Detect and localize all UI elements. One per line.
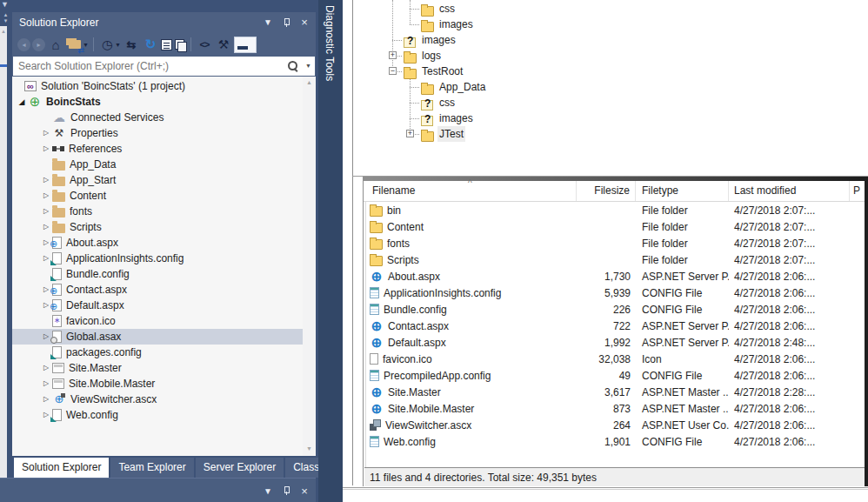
refresh-icon[interactable]: ↻ xyxy=(142,36,159,53)
pin-icon[interactable] xyxy=(282,485,290,497)
window-position-icon[interactable]: ▼ xyxy=(262,486,274,496)
file-name-cell: PrecompiledApp.config xyxy=(364,370,577,382)
file-row-about-aspx[interactable]: About.aspx1,730ASP.NET Server P...4/27/2… xyxy=(364,268,865,284)
expand-icon[interactable]: + xyxy=(406,130,414,137)
tree-item-app-start[interactable]: ▷App_Start xyxy=(12,172,316,188)
expander-icon[interactable]: ▷ xyxy=(40,204,52,219)
file-row-favicon-ico[interactable]: favicon.ico32,038Icon4/27/2018 2:06:... xyxy=(364,351,865,367)
tree-item-bundle-config[interactable]: Bundle.config xyxy=(12,266,316,282)
remote-tree-item-images[interactable]: images xyxy=(354,17,868,32)
remote-tree-item-label: images xyxy=(437,17,475,32)
diagnostic-tools-tab[interactable]: Diagnostic Tools xyxy=(318,0,343,502)
preview-selected-items-icon[interactable] xyxy=(234,37,257,53)
expand-icon[interactable]: + xyxy=(389,51,397,59)
tree-item-fonts[interactable]: ▷fonts xyxy=(12,204,316,219)
column-header-p[interactable]: P xyxy=(850,181,862,201)
file-row-viewswitcher-ascx[interactable]: ViewSwitcher.ascx264ASP.NET User Co...4/… xyxy=(364,417,865,433)
tab-team-explorer[interactable]: Team Explorer xyxy=(110,458,193,478)
close-icon[interactable]: × xyxy=(298,12,310,33)
file-row-fonts[interactable]: fontsFile folder4/27/2018 2:07:... xyxy=(364,235,865,251)
file-row-bundle-config[interactable]: Bundle.config226CONFIG File4/27/2018 2:0… xyxy=(364,301,865,318)
tree-item-connected-services[interactable]: Connected Services xyxy=(12,110,316,125)
tree-item-site-master[interactable]: ▷Site.Master xyxy=(12,360,316,376)
search-input[interactable]: Search Solution Explorer (Ctrl+;) ▼ xyxy=(13,57,315,76)
left-scrollbar-track[interactable]: ▲ xyxy=(0,26,7,502)
remote-tree-item-app-data[interactable]: App_Data xyxy=(354,79,868,95)
remote-tree-item-css[interactable]: css xyxy=(354,1,868,17)
expander-icon[interactable]: ▷ xyxy=(40,360,52,376)
tree-item-references[interactable]: ▷References xyxy=(12,141,316,157)
remote-tree-item-images[interactable]: images xyxy=(354,32,868,48)
collapse-all-icon[interactable] xyxy=(161,39,172,50)
tree-item-properties[interactable]: ▷Properties xyxy=(12,125,316,141)
file-row-precompiledapp-config[interactable]: PrecompiledApp.config49CONFIG File4/27/2… xyxy=(364,367,865,384)
close-icon[interactable]: × xyxy=(298,485,310,498)
remote-tree-item-css[interactable]: css xyxy=(354,95,868,110)
back-icon[interactable]: ◂ xyxy=(17,38,30,51)
tree-item-default-aspx[interactable]: ▷Default.aspx xyxy=(12,298,316,313)
expander-icon[interactable]: ◢ xyxy=(16,94,28,110)
file-row-content[interactable]: ContentFile folder4/27/2018 2:07:... xyxy=(364,218,865,235)
tree-item-boincstats[interactable]: ◢BoincStats xyxy=(12,94,316,110)
forward-icon[interactable]: ▸ xyxy=(32,38,45,51)
file-row-site-mobile-master[interactable]: Site.Mobile.Master873ASP.NET Master ...4… xyxy=(364,400,865,417)
scroll-up-icon[interactable]: ▲ xyxy=(0,29,7,34)
file-name-cell: Default.aspx xyxy=(364,336,577,349)
column-header-filetype[interactable]: Filetype xyxy=(636,181,729,201)
view-code-icon[interactable]: <> xyxy=(196,36,213,53)
tree-item-favicon-ico[interactable]: favicon.ico xyxy=(12,313,316,329)
pin-icon[interactable] xyxy=(282,17,290,29)
switch-views-icon[interactable] xyxy=(66,36,83,53)
file-row-site-master[interactable]: Site.Master3,617ASP.NET Master ...4/27/2… xyxy=(364,384,865,400)
splitter-grip-icon[interactable]: ▴▾ xyxy=(1,11,10,23)
remote-tree-item-testroot[interactable]: −TestRoot xyxy=(354,64,868,79)
home-icon[interactable]: ⌂ xyxy=(47,36,64,53)
file-row-bin[interactable]: binFile folder4/27/2018 2:07:... xyxy=(364,202,865,218)
expander-icon[interactable]: ▷ xyxy=(40,141,52,157)
tree-item-app-data[interactable]: App_Data xyxy=(12,157,316,172)
file-row-contact-aspx[interactable]: Contact.aspx722ASP.NET Server P...4/27/2… xyxy=(364,318,865,334)
tab-solution-explorer[interactable]: Solution Explorer xyxy=(14,458,109,478)
remote-tree-item-jtest[interactable]: +JTest xyxy=(354,126,868,142)
tree-item-solution-boincstats-1-project-[interactable]: Solution 'BoincStats' (1 project) xyxy=(12,78,316,94)
file-row-default-aspx[interactable]: Default.aspx1,992ASP.NET Server P...4/27… xyxy=(364,334,865,351)
tree-item-content[interactable]: ▷Content xyxy=(12,188,316,204)
scrollbar-thumb[interactable] xyxy=(0,64,7,67)
tree-item-applicationinsights-config[interactable]: ▷ApplicationInsights.config xyxy=(12,251,316,266)
expander-icon[interactable]: ▷ xyxy=(40,219,52,235)
expander-icon[interactable]: ▷ xyxy=(40,376,52,392)
pending-changes-filter-icon[interactable]: ◷ xyxy=(98,36,116,53)
tree-item-contact-aspx[interactable]: ▷Contact.aspx xyxy=(12,282,316,298)
chevron-down-icon[interactable]: ▼ xyxy=(1,0,9,9)
expander-icon[interactable]: ▷ xyxy=(40,172,52,188)
scroll-up-icon[interactable]: ▲ xyxy=(303,79,316,85)
tree-item-about-aspx[interactable]: ▷About.aspx xyxy=(12,235,316,251)
expander-icon[interactable]: ▷ xyxy=(40,188,52,204)
tree-item-packages-config[interactable]: packages.config xyxy=(12,345,316,360)
window-position-icon[interactable]: ▼ xyxy=(262,12,274,33)
properties-icon[interactable]: ⚒ xyxy=(215,36,232,53)
tree-item-scripts[interactable]: ▷Scripts xyxy=(12,219,316,235)
expander-icon[interactable]: ▷ xyxy=(40,125,52,141)
tree-scrollbar[interactable]: ▲ ▼ xyxy=(303,77,316,456)
file-row-web-config[interactable]: Web.config1,901CONFIG File4/27/2018 2:06… xyxy=(364,433,865,450)
column-header-last-modified[interactable]: Last modified xyxy=(729,181,850,201)
sync-with-active-document-icon[interactable]: ⇆ xyxy=(123,36,140,53)
collapse-icon[interactable]: − xyxy=(389,67,397,75)
tree-item-web-config[interactable]: ▷Web.config xyxy=(12,407,316,423)
column-header-filesize[interactable]: Filesize xyxy=(577,181,636,201)
tab-server-explorer[interactable]: Server Explorer xyxy=(196,458,284,478)
file-row-scripts[interactable]: ScriptsFile folder4/27/2018 2:07:... xyxy=(364,251,865,268)
pending-changes-filter-dropdown-icon[interactable]: ▼ xyxy=(115,42,122,48)
file-row-applicationinsights-config[interactable]: ApplicationInsights.config5,939CONFIG Fi… xyxy=(364,284,865,301)
remote-tree-item-logs[interactable]: +logs xyxy=(354,48,868,64)
remote-tree-item-images[interactable]: images xyxy=(354,110,868,126)
expander-icon[interactable]: ▷ xyxy=(40,392,52,407)
scroll-down-icon[interactable]: ▼ xyxy=(303,445,316,452)
show-all-files-icon[interactable] xyxy=(174,39,186,50)
tree-item-global-asax[interactable]: ▷Global.asax xyxy=(12,329,303,345)
search-dropdown-icon[interactable]: ▼ xyxy=(305,63,311,69)
tree-item-site-mobile-master[interactable]: ▷Site.Mobile.Master xyxy=(12,376,316,392)
tree-item-viewswitcher-ascx[interactable]: ▷ViewSwitcher.ascx xyxy=(12,392,316,407)
search-icon[interactable] xyxy=(287,60,299,72)
